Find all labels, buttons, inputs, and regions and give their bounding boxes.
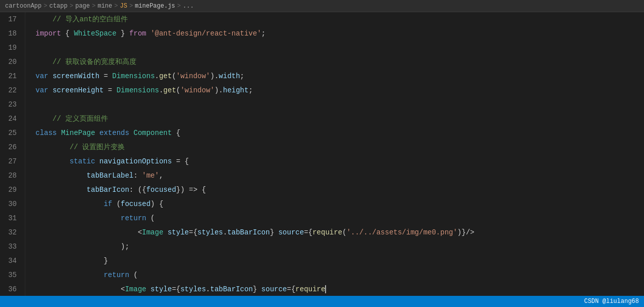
l36-styles: styles [181,282,206,296]
l20-indent [35,55,53,69]
l21-paren1: ( [172,69,176,83]
l22-height: height [223,83,248,97]
l17-indent [35,12,53,26]
l21-get: get [159,69,172,83]
l35-indent [35,268,103,282]
line-num-20: 20 [5,55,17,69]
line-num-25: 25 [5,126,17,140]
code-line-35: return ( [35,268,644,282]
l36-sp1 [146,282,150,296]
l22-screenheight: screenHeight [53,83,104,97]
l29-ob: { [142,183,146,197]
l27-navopts: navigationOptions [99,154,172,168]
l36-image: Image [125,282,146,296]
l26-indent [35,140,69,154]
l22-get: get [163,83,176,97]
l32-sp1 [163,225,167,240]
l30-paren: ( [112,197,121,211]
l28-colon: : [133,168,142,183]
l29-arrow: => { [185,183,206,197]
code-area: 17 18 19 20 21 22 23 24 25 26 27 28 29 3… [0,12,644,296]
line-num-23: 23 [5,97,17,112]
l36-cb1: } [253,282,262,296]
l32-path: '../../assets/img/me0.png' [346,225,457,240]
l25-sp1 [57,126,61,140]
breadcrumb-js: JS [120,3,127,10]
l22-eq: = [103,83,116,97]
l28-me: 'me' [142,168,159,183]
code-content[interactable]: // 导入ant的空白组件 import { WhiteSpace } from… [25,12,644,296]
breadcrumb: cartoonApp > ctapp > page > mine > JS > … [0,0,644,12]
l32-style-attr: style [167,225,189,240]
line-num-31: 31 [5,211,17,225]
l36-style-attr: style [151,282,172,296]
l33-closeparen: ); [121,240,129,254]
line-num-19: 19 [5,41,17,55]
breadcrumb-cartoonapp: cartoonApp [5,3,42,10]
l27-eq: = { [172,154,189,168]
sep6: > [177,3,181,10]
text-cursor [325,285,326,293]
line-num-27: 27 [5,154,17,168]
l25-component: Component [133,126,172,140]
l21-sp1 [48,69,52,83]
status-csdn: CSDN @liulang68 [584,298,639,305]
line-num-33: 33 [5,240,17,254]
line-num-21: 21 [5,69,17,83]
l32-eq2: ={ [304,225,312,240]
code-line-23 [35,97,644,112]
l35-paren: ( [129,268,138,282]
l34-indent [35,254,103,268]
l32-cb1: } [270,225,278,240]
l30-focused: focused [121,197,151,211]
breadcrumb-ctapp: ctapp [49,3,67,10]
status-bar: CSDN @liulang68 [0,296,644,307]
l18-space1: { [61,26,74,41]
line-num-32: 32 [5,225,17,240]
l36-dot1: . [206,282,210,296]
l28-indent [35,168,87,183]
l36-source-attr: source [261,282,287,296]
code-line-33: ); [35,240,644,254]
l26-comment: // 设置图片变换 [69,140,125,154]
code-line-29: tabBarIcon : ( { focused }) => { [35,183,644,197]
sep3: > [92,3,95,10]
l27-indent [35,154,69,168]
sep2: > [69,3,73,10]
l25-minepage: MinePage [61,126,95,140]
line-num-28: 28 [5,168,17,183]
l32-require: require [312,225,342,240]
l24-indent [35,112,53,126]
l18-space2 [146,26,150,41]
l30-indent [35,197,103,211]
code-line-36: < Image style ={ styles . tabBarIcon } s… [35,282,644,296]
l32-end: )}/> [457,225,475,240]
l21-semi: ; [240,69,244,83]
code-line-26: // 设置图片变换 [35,140,644,154]
l21-eq: = [99,69,112,83]
line-num-22: 22 [5,83,17,97]
l29-focused: focused [146,183,176,197]
l18-whitespace: WhiteSpace [74,26,117,41]
l25-sp3 [129,126,133,140]
breadcrumb-ellipsis: ... [183,3,194,10]
line-num-26: 26 [5,140,17,154]
l30-if: if [103,197,112,211]
sep1: > [44,3,47,10]
l31-indent [35,211,121,225]
l22-sp1 [48,83,52,97]
l18-import: import [35,26,61,41]
l31-paren: ( [146,211,155,225]
l29-cb: }) [176,183,185,197]
l36-tabbaricon2: tabBarIcon [210,282,253,296]
l32-source-attr: source [278,225,304,240]
l28-tabbarlabel: tabBarLabel [87,168,133,183]
l21-width: width [219,69,240,83]
line-num-29: 29 [5,183,17,197]
code-line-31: return ( [35,211,644,225]
code-line-24: // 定义页面组件 [35,112,644,126]
l32-indent [35,225,138,240]
l25-class: class [35,126,57,140]
l32-styles: styles [197,225,223,240]
l18-from: from [129,26,147,41]
